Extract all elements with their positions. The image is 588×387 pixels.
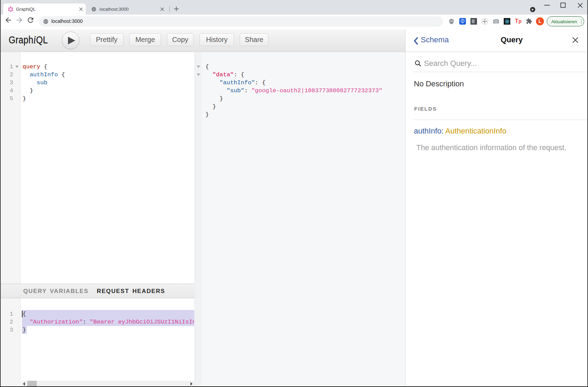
svg-text:UD: UD xyxy=(450,20,453,22)
